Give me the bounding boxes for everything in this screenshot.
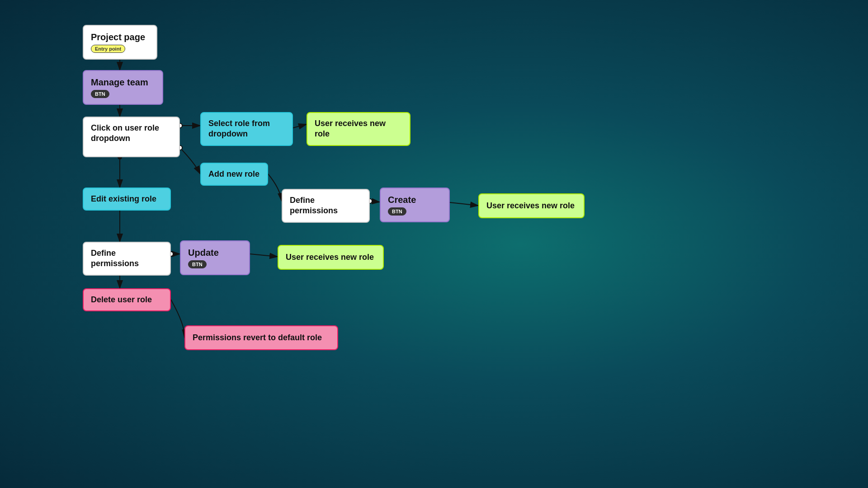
define-permissions-1-label: Define permissions [290,195,362,216]
define-permissions-1-node: Define permissions [282,189,370,223]
create-btn-label: Create [388,194,442,206]
edit-existing-role-node: Edit existing role [83,188,171,211]
permissions-revert-node: Permissions revert to default role [184,325,338,350]
select-role-label: Select role from dropdown [208,118,285,140]
user-receives-role-2-node: User receives new role [478,193,585,218]
update-btn-label: Update [188,247,242,258]
create-badge: BTN [388,207,406,216]
add-new-role-label: Add new role [208,169,259,179]
entry-point-badge: Entry point [91,45,125,53]
define-permissions-2-node: Define permissions [83,242,171,276]
user-receives-role-3-node: User receives new role [278,245,384,270]
manage-team-badge: BTN [91,90,109,98]
click-user-role-label: Click on user role dropdown [91,123,172,144]
svg-line-4 [293,124,307,128]
delete-user-role-node: Delete user role [83,288,171,311]
manage-team-node: Manage team BTN [83,70,163,105]
define-permissions-2-label: Define permissions [91,248,163,269]
user-receives-role-2-label: User receives new role [486,201,575,211]
edit-existing-role-label: Edit existing role [91,194,156,204]
update-badge: BTN [188,260,207,268]
update-btn-node: Update BTN [180,240,250,275]
delete-user-role-label: Delete user role [91,295,152,305]
create-btn-node: Create BTN [380,188,450,222]
select-role-node: Select role from dropdown [200,112,293,146]
user-receives-role-1-node: User receives new role [307,112,410,146]
diagram: Project page Entry point Manage team BTN… [0,0,868,488]
permissions-revert-label: Permissions revert to default role [193,333,322,343]
user-receives-role-3-label: User receives new role [286,252,374,263]
click-user-role-node: Click on user role dropdown [83,117,180,157]
svg-line-8 [450,202,478,206]
user-receives-role-1-label: User receives new role [315,118,402,140]
svg-line-10 [250,254,278,257]
project-page-label: Project page [91,31,149,43]
add-new-role-node: Add new role [200,163,268,186]
svg-line-7 [370,201,380,202]
manage-team-label: Manage team [91,76,155,88]
project-page-node: Project page Entry point [83,25,157,60]
